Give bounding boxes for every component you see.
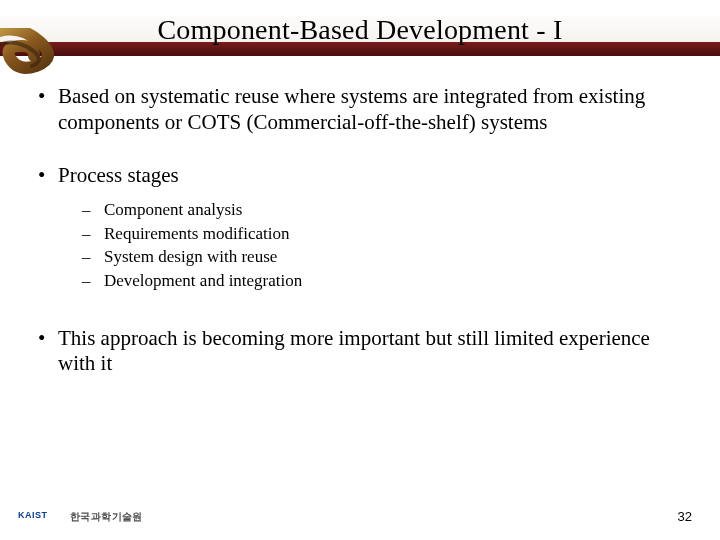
list-item-label: Component analysis	[104, 200, 242, 219]
list-item-label: System design with reuse	[104, 247, 277, 266]
list-item: Component analysis	[82, 199, 674, 221]
title-band: Component-Based Development - I	[0, 10, 720, 56]
bullet-1: Based on systematic reuse where systems …	[34, 84, 674, 135]
body-content: Based on systematic reuse where systems …	[34, 84, 674, 405]
list-item-label: Requirements modification	[104, 224, 290, 243]
list-item: Requirements modification	[82, 223, 674, 245]
list-item: System design with reuse	[82, 246, 674, 268]
kaist-logo-icon: KAIST	[18, 508, 62, 526]
list-item: Development and integration	[82, 270, 674, 292]
footer-org-label: 한국과학기술원	[70, 510, 143, 524]
bullet-2: Process stages	[34, 163, 674, 189]
footer-logo: KAIST 한국과학기술원	[18, 508, 143, 526]
slide: Component-Based Development - I Based on…	[0, 0, 720, 540]
bullet-1-text: Based on systematic reuse where systems …	[58, 84, 645, 134]
page-title: Component-Based Development - I	[0, 14, 720, 46]
page-number: 32	[678, 509, 692, 524]
bullet-3: This approach is becoming more important…	[34, 326, 674, 377]
list-item-label: Development and integration	[104, 271, 302, 290]
bullet-2-text: Process stages	[58, 163, 179, 187]
bullet-3-text: This approach is becoming more important…	[58, 326, 650, 376]
process-stages-list: Component analysis Requirements modifica…	[82, 199, 674, 292]
svg-text:KAIST: KAIST	[18, 510, 48, 520]
